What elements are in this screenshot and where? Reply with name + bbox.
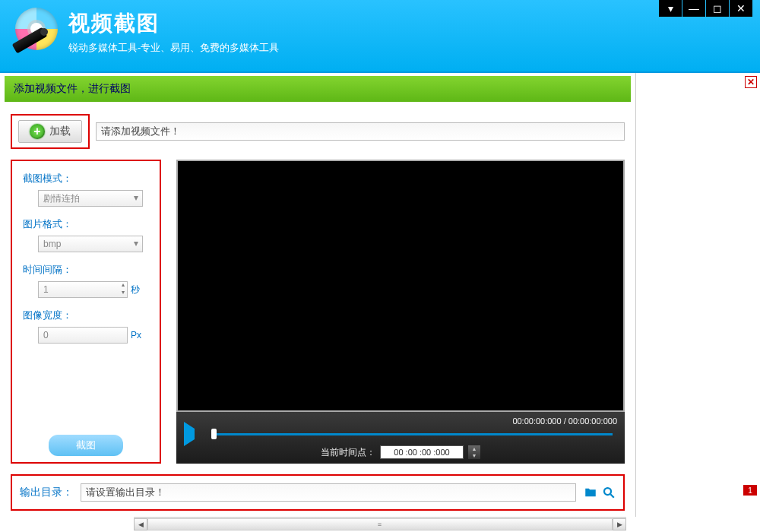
video-controls: 00:00:00:000 / 00:00:00:000 当前时间点： ▲▼ — [176, 412, 625, 464]
current-time-input[interactable] — [380, 445, 464, 459]
capture-button[interactable]: 截图 — [49, 435, 123, 456]
format-select[interactable] — [38, 236, 143, 252]
time-stepper[interactable]: ▲▼ — [468, 445, 480, 459]
close-button[interactable]: ✕ — [730, 0, 752, 17]
play-button[interactable] — [184, 429, 195, 439]
scroll-track[interactable]: ≡ — [147, 518, 613, 530]
horizontal-scrollbar[interactable]: ◀ ≡ ▶ — [134, 517, 626, 530]
settings-panel: 截图模式： 图片格式： 时间间隔： 秒 图像宽度： — [11, 160, 161, 464]
app-title: 视频截图 — [68, 9, 279, 38]
file-input[interactable] — [96, 122, 625, 141]
notification-badge: 1 — [743, 485, 757, 496]
duration-display: 00:00:00:000 / 00:00:00:000 — [184, 416, 617, 426]
load-highlight: + 加载 — [11, 114, 90, 149]
svg-point-0 — [604, 488, 611, 495]
format-label: 图片格式： — [23, 217, 149, 231]
output-input[interactable] — [81, 483, 576, 502]
search-icon[interactable] — [602, 486, 616, 499]
video-preview — [176, 160, 625, 412]
width-unit: Px — [131, 330, 141, 340]
play-icon — [184, 422, 195, 446]
dropdown-button[interactable]: ▾ — [659, 0, 682, 17]
app-logo-icon — [12, 8, 61, 56]
mode-select[interactable] — [38, 190, 143, 207]
width-label: 图像宽度： — [23, 309, 149, 322]
interval-input[interactable] — [38, 281, 128, 298]
interval-label: 时间间隔： — [23, 263, 149, 277]
preview-panel: 00:00:00:000 / 00:00:00:000 当前时间点： ▲▼ — [176, 160, 625, 464]
current-time-label: 当前时间点： — [321, 446, 375, 459]
maximize-button[interactable]: ◻ — [706, 0, 729, 17]
scroll-thumb[interactable]: ≡ — [148, 519, 612, 530]
seek-slider[interactable] — [211, 433, 613, 435]
output-label: 输出目录： — [20, 486, 73, 499]
load-row: + 加载 — [11, 114, 625, 149]
app-subtitle: 锐动多媒体工具-专业、易用、免费的多媒体工具 — [68, 41, 279, 55]
logo-area: 视频截图 锐动多媒体工具-专业、易用、免费的多媒体工具 — [12, 8, 748, 56]
load-button-label: 加载 — [49, 125, 71, 138]
interval-unit: 秒 — [131, 283, 140, 296]
instruction-bar: 添加视频文件，进行截图 — [5, 76, 631, 102]
window-controls: ▾ — ◻ ✕ — [659, 0, 752, 17]
minimize-button[interactable]: — — [682, 0, 705, 17]
main-panel: 添加视频文件，进行截图 + 加载 截图模式： 图片格式： — [0, 73, 635, 517]
output-row: 输出目录： — [11, 474, 625, 511]
seek-thumb[interactable] — [211, 429, 217, 439]
mode-label: 截图模式： — [23, 172, 149, 185]
browse-folder-icon[interactable] — [584, 486, 597, 499]
width-input[interactable] — [38, 327, 128, 344]
scroll-right-button[interactable]: ▶ — [613, 518, 626, 530]
titlebar: ▾ — ◻ ✕ 视频截图 锐动多媒体工具-专业、易用、免费的多媒体工具 — [0, 0, 760, 71]
scroll-left-button[interactable]: ◀ — [134, 518, 147, 530]
side-close-icon[interactable]: ✕ — [745, 76, 757, 88]
plus-icon: + — [30, 124, 45, 139]
svg-line-1 — [610, 494, 614, 498]
side-panel: ✕ 1 — [635, 73, 760, 517]
load-button[interactable]: + 加载 — [18, 120, 82, 143]
